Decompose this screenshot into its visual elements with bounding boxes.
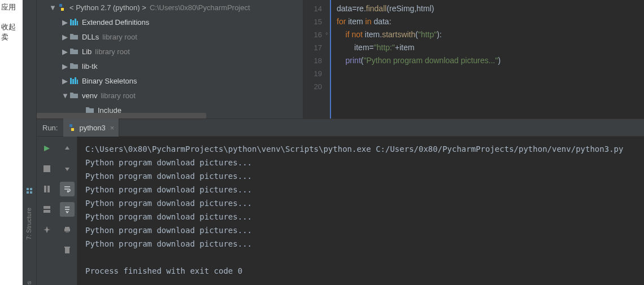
scroll-up-button[interactable]: [60, 141, 75, 156]
expand-arrow-icon[interactable]: ▼: [49, 3, 56, 12]
line-number: 14: [304, 2, 330, 15]
close-tab-icon[interactable]: ×: [110, 124, 115, 132]
svg-rect-4: [70, 19, 72, 25]
svg-rect-16: [43, 210, 50, 213]
expand-arrow-icon[interactable]: ▶: [62, 62, 68, 71]
tree-row[interactable]: ▼venvlibrary root: [37, 88, 303, 103]
tree-root-row[interactable]: ▼ < Python 2.7 (python) > C:\Users\0x80\…: [37, 0, 303, 15]
svg-rect-8: [70, 78, 72, 84]
svg-rect-3: [30, 191, 32, 194]
svg-rect-13: [44, 186, 46, 192]
libset-icon: [69, 17, 79, 27]
editor-gutter: ⬨ 14151617181920: [304, 0, 330, 119]
line-number: 17: [304, 41, 330, 54]
svg-rect-17: [65, 227, 69, 229]
left-tool-strip: 7: Structure ites: [23, 0, 37, 285]
soft-wrap-button[interactable]: [60, 182, 75, 196]
delete-button[interactable]: [60, 243, 75, 257]
svg-rect-20: [65, 248, 69, 253]
svg-rect-6: [75, 19, 76, 25]
expand-arrow-icon[interactable]: ▶: [62, 18, 68, 27]
layout-button[interactable]: [40, 202, 54, 217]
scroll-to-end-button[interactable]: [60, 202, 75, 217]
run-config-tab[interactable]: python3 ×: [63, 119, 119, 137]
tree-row[interactable]: ▶Liblibrary root: [37, 44, 303, 59]
svg-rect-5: [72, 20, 74, 25]
pause-button[interactable]: [40, 182, 54, 196]
svg-rect-14: [47, 186, 50, 192]
tree-row[interactable]: ▶DLLslibrary root: [37, 29, 303, 44]
folder-icon: [69, 32, 79, 41]
svg-rect-2: [27, 191, 29, 194]
tree-item-label: DLLs: [82, 33, 99, 41]
libset-icon: [69, 76, 79, 85]
python-sdk-icon: [57, 3, 66, 12]
console-output[interactable]: C:\Users\0x80\PycharmProjects\python\ven…: [77, 137, 644, 285]
expand-arrow-icon[interactable]: ▶: [62, 47, 68, 56]
folder-icon: [69, 62, 79, 71]
run-tab-name: python3: [79, 124, 105, 132]
svg-rect-21: [64, 247, 70, 248]
svg-rect-19: [66, 231, 69, 233]
structure-icon: [25, 187, 33, 195]
tree-item-suffix: library root: [95, 47, 129, 56]
tree-item-label: venv: [82, 91, 97, 100]
tree-row[interactable]: ▶lib-tk: [37, 59, 303, 73]
tree-item-label: Binary Skeletons: [82, 77, 137, 85]
line-number: 20: [304, 80, 330, 93]
svg-rect-11: [77, 80, 78, 84]
tree-item-label: Extended Definitions: [82, 18, 149, 27]
run-tool-header: Run: python3 ×: [37, 119, 644, 137]
tree-item-label: Lib: [82, 47, 92, 56]
code-line: data=re.findall(reSimg,html): [337, 2, 644, 15]
ide-window: 7: Structure ites ▼ < Python 2.7 (python…: [23, 0, 644, 285]
svg-rect-10: [75, 77, 76, 84]
run-label: Run:: [37, 124, 63, 132]
code-editor[interactable]: ⬨ 14151617181920 data=re.findall(reSimg,…: [303, 0, 644, 119]
console-actions-column: [57, 137, 77, 285]
line-number: 18: [304, 54, 330, 67]
tree-row[interactable]: ▶Extended Definitions: [37, 15, 303, 29]
svg-rect-12: [43, 165, 50, 172]
pin-button[interactable]: [40, 222, 54, 237]
tree-root-path: C:\Users\0x80\PycharmProject: [150, 3, 250, 12]
tree-item-label: lib-tk: [82, 62, 97, 71]
browser-text-1: 应用: [0, 0, 17, 15]
editor-code-area[interactable]: data=re.findall(reSimg,html)for item in …: [331, 0, 644, 119]
svg-rect-7: [77, 21, 78, 25]
code-line: for item in data:: [337, 15, 644, 28]
project-tree[interactable]: ▼ < Python 2.7 (python) > C:\Users\0x80\…: [37, 0, 303, 119]
tree-item-suffix: library root: [102, 33, 137, 41]
line-number: 19: [304, 67, 330, 80]
favorites-tool-tab[interactable]: ites: [25, 281, 32, 285]
gutter-marker-icon: ⬨: [325, 29, 329, 36]
folder-icon: [69, 47, 79, 56]
browser-text-2: 收起卖: [0, 20, 23, 45]
run-console-panel: C:\Users\0x80\PycharmProjects\python\ven…: [37, 137, 644, 285]
svg-rect-15: [43, 206, 50, 209]
expand-arrow-icon[interactable]: ▼: [62, 91, 68, 100]
folder-icon: [69, 91, 79, 100]
structure-tool-tab[interactable]: 7: Structure: [25, 208, 32, 240]
external-browser-edge: 应用 收起卖: [0, 0, 23, 285]
tree-horizontal-scrollbar[interactable]: [37, 113, 206, 119]
code-line: print("Python program download pictures.…: [337, 54, 644, 67]
line-number: 15: [304, 15, 330, 28]
code-line: if not item.startswith("http"):: [337, 28, 644, 41]
svg-rect-1: [30, 188, 32, 190]
tree-row[interactable]: ▶Binary Skeletons: [37, 73, 303, 88]
print-button[interactable]: [60, 222, 75, 237]
python-file-icon: [68, 124, 76, 131]
code-line: item="http:"+item: [337, 41, 644, 54]
tree-root-label: < Python 2.7 (python) >: [69, 3, 146, 12]
svg-rect-9: [72, 79, 74, 84]
expand-arrow-icon[interactable]: ▶: [62, 77, 68, 85]
rerun-button[interactable]: [40, 141, 54, 156]
svg-rect-0: [27, 188, 29, 190]
expand-arrow-icon[interactable]: ▶: [62, 33, 68, 41]
stop-button[interactable]: [40, 161, 54, 176]
tree-item-suffix: library root: [101, 91, 135, 100]
run-actions-column: [37, 137, 57, 285]
scroll-down-button[interactable]: [60, 161, 75, 176]
